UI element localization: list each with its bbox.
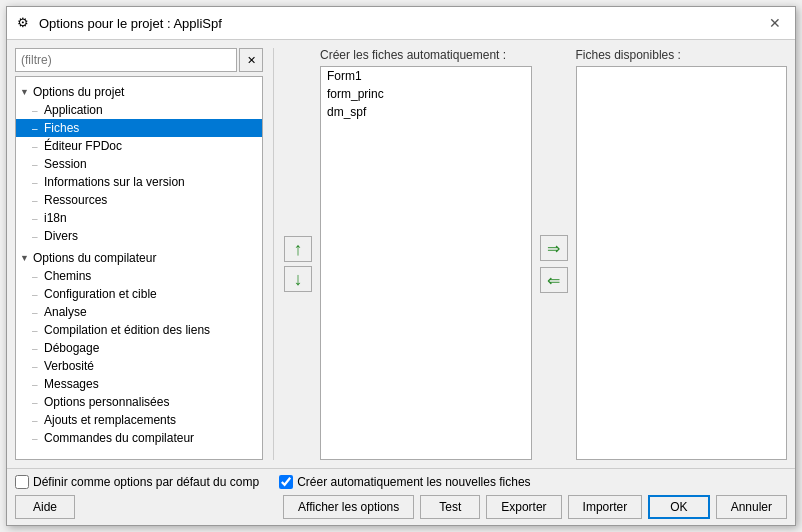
list-item[interactable]: form_princ — [321, 85, 531, 103]
tree-child-messages[interactable]: Messages — [16, 375, 262, 393]
tree-child-session[interactable]: Session — [16, 155, 262, 173]
tree-group-project-options[interactable]: ▼ Options du projet Application Fiches É… — [16, 81, 262, 247]
tree-child-analyse[interactable]: Analyse — [16, 303, 262, 321]
tree-child-compilation[interactable]: Compilation et édition des liens — [16, 321, 262, 339]
checkbox-row: Définir comme options par défaut du comp… — [15, 475, 787, 489]
close-button[interactable]: ✕ — [765, 13, 785, 33]
move-up-button[interactable]: ↑ — [284, 236, 312, 262]
available-panel: Fiches disponibles : — [576, 48, 788, 460]
tree-child-divers[interactable]: Divers — [16, 227, 262, 245]
title-bar: ⚙ Options pour le projet : AppliSpf ✕ — [7, 7, 795, 40]
available-list[interactable] — [576, 66, 788, 460]
annuler-button[interactable]: Annuler — [716, 495, 787, 519]
tree-child-i18n[interactable]: i18n — [16, 209, 262, 227]
checkbox2-label: Créer automatiquement les nouvelles fich… — [297, 475, 530, 489]
list-item[interactable]: Form1 — [321, 67, 531, 85]
group-label: Options du projet — [33, 85, 124, 99]
tree-child-ajouts[interactable]: Ajouts et remplacements — [16, 411, 262, 429]
auto-create-header: Créer les fiches automatiquement : — [320, 48, 532, 62]
tree-group-compiler-options[interactable]: ▼ Options du compilateur Chemins Configu… — [16, 247, 262, 449]
list-item[interactable]: dm_spf — [321, 103, 531, 121]
tree-child-configuration[interactable]: Configuration et cible — [16, 285, 262, 303]
filter-row: ✕ — [15, 48, 263, 72]
available-header: Fiches disponibles : — [576, 48, 788, 62]
expand-icon-2: ▼ — [20, 253, 30, 263]
move-down-button[interactable]: ↓ — [284, 266, 312, 292]
footer-area: Définir comme options par défaut du comp… — [7, 468, 795, 525]
ok-button[interactable]: OK — [648, 495, 709, 519]
up-down-buttons: ↑ ↓ — [284, 48, 312, 460]
exporter-button[interactable]: Exporter — [486, 495, 561, 519]
tree-child-fiches[interactable]: Fiches — [16, 119, 262, 137]
button-row: Aide Afficher les options Test Exporter … — [15, 495, 787, 519]
dialog: ⚙ Options pour le projet : AppliSpf ✕ ✕ … — [6, 6, 796, 526]
auto-create-list[interactable]: Form1 form_princ dm_spf — [320, 66, 532, 460]
auto-create-panel: Créer les fiches automatiquement : Form1… — [320, 48, 532, 460]
dialog-title: Options pour le projet : AppliSpf — [39, 16, 222, 31]
center-buttons: ⇒ ⇐ — [540, 48, 568, 460]
vertical-separator — [273, 48, 274, 460]
content-area: ✕ ▼ Options du projet Application Fiches — [7, 40, 795, 468]
tree-child-chemins[interactable]: Chemins — [16, 267, 262, 285]
filter-input[interactable] — [15, 48, 237, 72]
group-label-2: Options du compilateur — [33, 251, 156, 265]
tree-child-options-perso[interactable]: Options personnalisées — [16, 393, 262, 411]
checkbox1[interactable] — [15, 475, 29, 489]
dialog-icon: ⚙ — [17, 15, 33, 31]
checkbox2[interactable] — [279, 475, 293, 489]
left-panel: ✕ ▼ Options du projet Application Fiches — [15, 48, 263, 460]
tree-child-verbosite[interactable]: Verbosité — [16, 357, 262, 375]
checkbox2-item[interactable]: Créer automatiquement les nouvelles fich… — [279, 475, 530, 489]
tree-child-application[interactable]: Application — [16, 101, 262, 119]
tree-child-debogage[interactable]: Débogage — [16, 339, 262, 357]
tree-child-commandes[interactable]: Commandes du compilateur — [16, 429, 262, 447]
filter-clear-button[interactable]: ✕ — [239, 48, 263, 72]
tree-container[interactable]: ▼ Options du projet Application Fiches É… — [15, 76, 263, 460]
tree-child-informations[interactable]: Informations sur la version — [16, 173, 262, 191]
move-left-button[interactable]: ⇐ — [540, 267, 568, 293]
move-right-button[interactable]: ⇒ — [540, 235, 568, 261]
afficher-button[interactable]: Afficher les options — [283, 495, 414, 519]
checkbox1-label: Définir comme options par défaut du comp — [33, 475, 259, 489]
aide-button[interactable]: Aide — [15, 495, 75, 519]
expand-icon: ▼ — [20, 87, 30, 97]
tree-child-editeur[interactable]: Éditeur FPDoc — [16, 137, 262, 155]
importer-button[interactable]: Importer — [568, 495, 643, 519]
checkbox1-item[interactable]: Définir comme options par défaut du comp — [15, 475, 259, 489]
test-button[interactable]: Test — [420, 495, 480, 519]
tree-child-ressources[interactable]: Ressources — [16, 191, 262, 209]
